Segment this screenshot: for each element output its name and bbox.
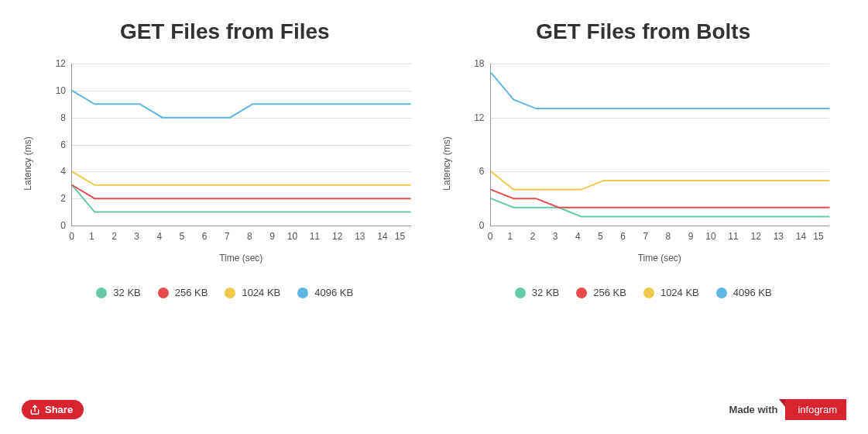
legend-item: 4096 KB <box>716 287 772 298</box>
x-tick-label: 12 <box>751 231 761 242</box>
chart-panel-1: GET Files from BoltsLatency (ms)06121801… <box>450 19 838 298</box>
share-button-label: Share <box>45 404 73 415</box>
x-tick-label: 2 <box>530 231 536 242</box>
legend-swatch <box>716 288 727 298</box>
x-tick-label: 4 <box>156 231 162 242</box>
x-tick-label: 0 <box>69 231 74 242</box>
legend-label: 256 KB <box>593 287 626 298</box>
series-line <box>72 91 411 118</box>
x-axis-label: Time (sec) <box>71 253 411 264</box>
y-tick-label: 6 <box>479 166 485 177</box>
line-plot <box>72 64 411 226</box>
plot-area: Latency (ms)0246810120123456789101112131… <box>31 64 419 264</box>
line-plot <box>491 64 830 226</box>
chart-panel-0: GET Files from FilesLatency (ms)02468101… <box>31 19 419 298</box>
grid-area: 061218 <box>490 64 830 226</box>
legend-item: 4096 KB <box>297 287 353 298</box>
y-tick-label: 4 <box>60 166 66 177</box>
grid-area: 024681012 <box>71 64 411 226</box>
series-line <box>491 171 830 189</box>
x-tick-label: 5 <box>598 231 603 242</box>
y-tick-label: 18 <box>474 58 484 69</box>
y-tick-label: 6 <box>60 140 66 150</box>
y-axis-label: Latency (ms) <box>441 136 452 190</box>
x-tick-label: 1 <box>507 231 513 242</box>
plot-area: Latency (ms)0612180123456789101112131415… <box>450 64 838 264</box>
x-tick-label: 3 <box>553 231 558 242</box>
x-tick-label: 15 <box>395 231 405 242</box>
x-tick-label: 7 <box>225 231 230 242</box>
x-tick-label: 12 <box>332 231 342 242</box>
x-tick-label: 10 <box>705 231 715 242</box>
x-tick-label: 0 <box>488 231 493 242</box>
made-with-label: Made with <box>729 404 778 415</box>
x-tick-label: 9 <box>269 231 275 242</box>
legend-item: 32 KB <box>515 287 559 298</box>
legend-swatch <box>225 288 235 298</box>
made-with-credit[interactable]: Made with infogram <box>729 399 846 420</box>
charts-container: GET Files from FilesLatency (ms)02468101… <box>0 0 868 298</box>
series-line <box>491 73 830 108</box>
infogram-badge: infogram <box>785 399 846 420</box>
x-tick-label: 7 <box>643 231 648 242</box>
x-tick-label: 3 <box>134 231 139 242</box>
series-line <box>72 171 411 184</box>
x-tick-label: 8 <box>247 231 252 242</box>
y-axis-label: Latency (ms) <box>22 136 33 190</box>
legend-swatch <box>96 288 107 298</box>
y-tick-label: 12 <box>474 112 484 123</box>
legend-swatch <box>576 288 587 298</box>
x-tick-label: 14 <box>377 231 387 242</box>
legend-label: 4096 KB <box>733 287 772 298</box>
y-tick-label: 10 <box>56 85 66 96</box>
x-tick-label: 9 <box>688 231 694 242</box>
series-line <box>72 185 411 198</box>
x-tick-label: 6 <box>620 231 626 242</box>
chart-title: GET Files from Files <box>120 19 330 44</box>
legend-label: 4096 KB <box>314 287 353 298</box>
x-tick-label: 13 <box>355 231 365 242</box>
legend-item: 32 KB <box>96 287 140 298</box>
legend-label: 256 KB <box>175 287 208 298</box>
y-tick-label: 0 <box>60 220 66 231</box>
legend-swatch <box>297 288 308 298</box>
legend-item: 256 KB <box>158 287 208 298</box>
y-tick-label: 8 <box>60 112 66 123</box>
footer-bar: Share Made with infogram <box>0 399 868 420</box>
x-axis-label: Time (sec) <box>490 253 830 264</box>
series-line <box>491 190 830 208</box>
legend: 32 KB256 KB1024 KB4096 KB <box>515 287 772 298</box>
legend-swatch <box>158 288 169 298</box>
legend-label: 1024 KB <box>242 287 280 298</box>
x-tick-label: 8 <box>666 231 671 242</box>
legend-item: 256 KB <box>576 287 626 298</box>
x-tick-label: 11 <box>310 231 320 242</box>
y-tick-label: 12 <box>56 58 66 69</box>
legend: 32 KB256 KB1024 KB4096 KB <box>96 287 353 298</box>
legend-item: 1024 KB <box>225 287 280 298</box>
legend-label: 1024 KB <box>660 287 699 298</box>
share-button[interactable]: Share <box>22 400 84 419</box>
x-ticks: 0123456789101112131415 <box>490 231 830 242</box>
x-tick-label: 1 <box>89 231 94 242</box>
legend-swatch <box>643 288 654 298</box>
x-tick-label: 10 <box>287 231 297 242</box>
x-tick-label: 5 <box>180 231 185 242</box>
legend-label: 32 KB <box>532 287 559 298</box>
x-tick-label: 6 <box>202 231 208 242</box>
x-tick-label: 11 <box>728 231 738 242</box>
legend-item: 1024 KB <box>643 287 699 298</box>
x-ticks: 0123456789101112131415 <box>71 231 411 242</box>
x-tick-label: 13 <box>774 231 784 242</box>
legend-label: 32 KB <box>113 287 140 298</box>
x-tick-label: 15 <box>813 231 823 242</box>
y-tick-label: 2 <box>60 193 66 204</box>
x-tick-label: 2 <box>112 231 117 242</box>
legend-swatch <box>515 288 526 298</box>
x-tick-label: 4 <box>575 231 581 242</box>
x-tick-label: 14 <box>796 231 806 242</box>
chart-title: GET Files from Bolts <box>536 19 750 44</box>
y-tick-label: 0 <box>479 220 485 231</box>
share-icon <box>29 405 40 415</box>
